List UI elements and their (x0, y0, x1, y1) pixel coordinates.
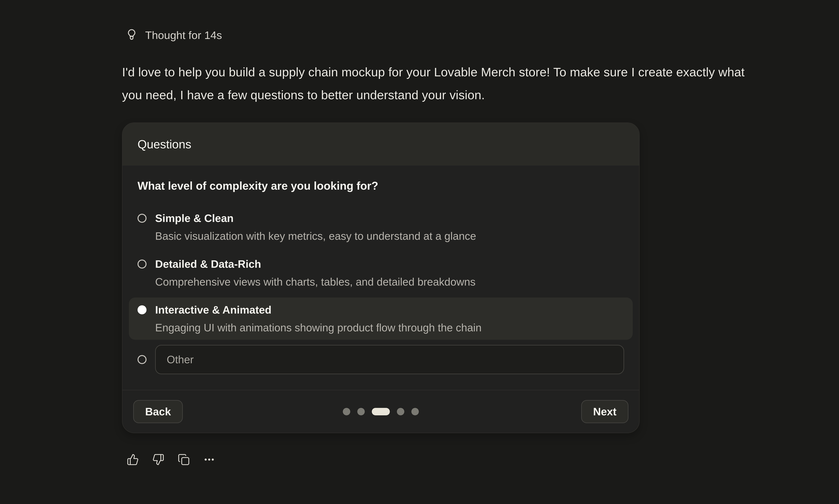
questions-widget-header: Questions (122, 123, 639, 166)
question-text: What level of complexity are you looking… (138, 179, 624, 192)
option-label: Interactive & Animated (155, 303, 482, 317)
pagination-dot (412, 408, 419, 415)
radio-unselected-icon[interactable] (138, 214, 146, 223)
option-detailed-data-rich[interactable]: Detailed & Data-Rich Comprehensive views… (129, 252, 633, 294)
thumbs-down-icon (152, 453, 164, 466)
thumbs-up-button[interactable] (127, 453, 139, 466)
pagination-dot (343, 408, 350, 415)
questions-widget-title: Questions (138, 138, 191, 151)
back-button[interactable]: Back (133, 400, 183, 423)
questions-widget-body: What level of complexity are you looking… (122, 166, 639, 390)
radio-unselected-icon[interactable] (138, 259, 146, 269)
option-description: Basic visualization with key metrics, ea… (155, 229, 476, 243)
radio-unselected-icon[interactable] (138, 355, 146, 364)
questions-widget-footer: Back Next (122, 390, 639, 433)
copy-button[interactable] (178, 453, 190, 466)
thinking-summary-label: Thought for 14s (145, 29, 222, 41)
thinking-summary-toggle[interactable]: Thought for 14s (125, 29, 222, 41)
lightbulb-icon (125, 29, 138, 41)
option-label: Detailed & Data-Rich (155, 257, 476, 271)
pagination-dot (357, 408, 365, 415)
option-other[interactable] (138, 345, 624, 374)
option-description: Comprehensive views with charts, tables,… (155, 275, 476, 288)
assistant-message: Thought for 14s I'd love to help you bui… (122, 0, 759, 466)
option-label: Simple & Clean (155, 211, 476, 225)
other-option-input[interactable] (155, 345, 624, 374)
pagination-dot (397, 408, 404, 415)
option-simple-clean[interactable]: Simple & Clean Basic visualization with … (129, 206, 633, 248)
more-options-button[interactable] (203, 453, 215, 466)
copy-icon (178, 453, 190, 466)
option-description: Engaging UI with animations showing prod… (155, 321, 482, 334)
thumbs-down-button[interactable] (152, 453, 164, 466)
questions-widget: Questions What level of complexity are y… (122, 123, 640, 433)
pagination-dot-active (372, 408, 390, 415)
message-actions (127, 453, 759, 466)
radio-selected-icon[interactable] (138, 305, 146, 314)
next-button[interactable]: Next (581, 400, 628, 423)
message-text: I'd love to help you build a supply chai… (122, 61, 745, 107)
more-options-icon (203, 453, 215, 466)
pagination-dots (343, 408, 419, 415)
option-interactive-animated[interactable]: Interactive & Animated Engaging UI with … (129, 298, 633, 340)
thumbs-up-icon (127, 453, 139, 466)
